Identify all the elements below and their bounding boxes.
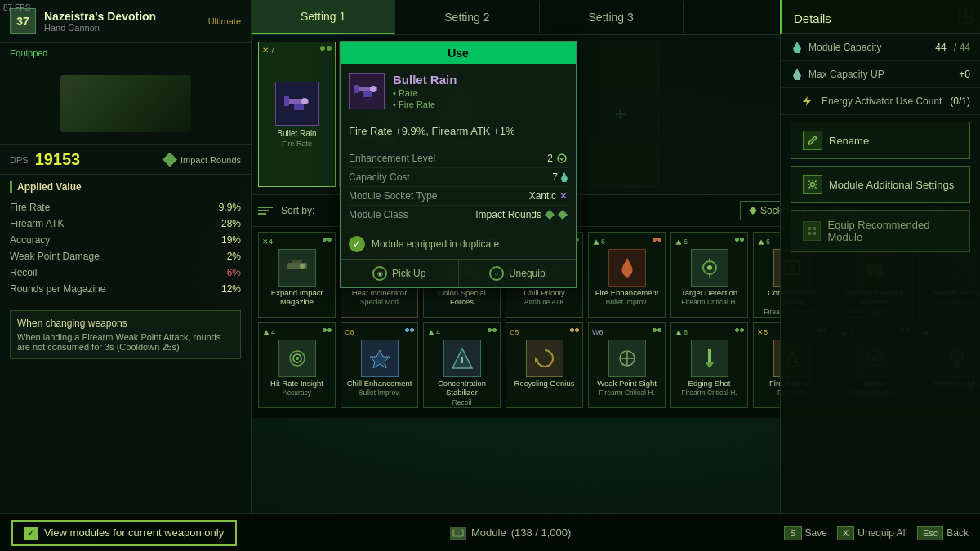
card-icon [608,249,646,287]
popup-socket-label: Module Socket Type [349,190,438,202]
module-target-detection[interactable]: 6 Target Detection Firearm Critical H. [670,232,748,318]
back-key-button[interactable]: Esc Back [917,526,969,540]
unequip-all-key: X [837,526,854,540]
module-capacity-max: / 44 [951,42,970,53]
popup-module-icon [349,73,385,109]
energy-row: Energy Activator Use Count (0/1) [781,88,980,115]
capacity-icon [791,41,804,54]
max-capacity-label: Max Capacity UP [808,69,954,80]
applied-value-section: Applied Value Fire Rate 9.9% Firearm ATK… [0,175,251,304]
popup-module-name: Bullet Rain [393,73,457,87]
tab-setting-2[interactable]: Setting 2 [395,1,539,33]
details-title: Details [780,0,980,34]
popup-tag-firerate: Fire Rate [393,100,457,109]
sort-by-label: Sort by: [281,205,314,216]
energy-icon [800,95,813,108]
module-fire-enhancement[interactable]: 6 Fire Enhancement Bullet Improv. [588,232,666,318]
popup-class-row: Module Class Impact Rounds [349,206,568,224]
slot1-name: Bullet Rain [274,129,319,138]
module-concentration-stabilizer[interactable]: 4 Concentration Stabilizer Recoil [423,322,501,408]
card-icon [526,340,564,377]
card-name: Colon Special Forces [424,288,500,307]
card-tag: Recoil [452,398,472,407]
card-tag: Bullet Improv. [606,298,648,306]
popup-warning: ✓ Module equipped in duplicate [341,229,576,259]
popup-enhancement-value: 2 [547,153,568,164]
popup-effect: Fire Rate +9.9%, Firearm ATK +1% [341,118,576,144]
stat-weak-point: Weak Point Damage 2% [10,248,241,264]
right-panel: Details Module Capacity 44 / 44 Max Capa… [780,0,980,551]
card-header: 6 [671,236,747,247]
impact-rounds: Impact Rounds [163,153,241,167]
rename-icon [803,131,822,150]
svg-point-19 [370,86,376,92]
card-header: 4 [424,327,500,338]
card-icon [608,340,646,377]
max-capacity-row: Max Capacity UP +0 [781,61,980,88]
svg-point-44 [296,357,299,360]
svg-rect-18 [354,85,359,93]
card-name: Target Detection [679,288,740,297]
svg-point-62 [811,183,815,187]
card-name: Fire Enhancement [593,288,662,297]
module-count-value: (138 / 1,000) [511,527,572,539]
card-header: C5 [506,327,582,338]
weapon-silhouette [60,75,191,132]
unequip-icon: ○ [489,266,504,281]
pick-up-button[interactable]: ◉ Pick Up [341,260,459,287]
module-slot-5[interactable]: + [581,42,659,187]
card-name: Hit Rate Insight [268,379,326,388]
stat-accuracy: Accuracy 19% [10,232,241,248]
impact-icon [163,153,177,167]
dps-row: DPS 19153 Impact Rounds [0,144,251,175]
popup-enhancement-row: Enhancement Level 2 [349,149,568,168]
popup-use-button[interactable]: Use [341,42,576,64]
popup-tag-rare: Rare [393,88,457,98]
svg-rect-63 [808,227,811,230]
when-changing-title: When changing weapons [17,318,234,329]
warning-icon: ✓ [349,236,365,252]
svg-rect-64 [813,227,816,230]
popup-class-value: Impact Rounds [475,209,568,220]
popup-class-label: Module Class [349,209,408,220]
card-tag: Bullet Improv. [359,389,400,397]
svg-rect-66 [813,232,816,235]
pick-up-icon: ◉ [372,266,387,281]
module-hit-rate-insight[interactable]: 4 Hit Rate Insight Accuracy [258,322,336,408]
module-count-icon [450,527,466,540]
card-header: 4 [259,327,335,338]
module-edging-shot[interactable]: 6 Edging Shot Firearm Critical H. [670,322,748,408]
settings-icon [803,175,822,194]
weapon-image-area [0,63,251,144]
unequip-all-label: Unequip All [858,527,907,539]
equipped-badge: Equipped [0,43,251,63]
svg-marker-60 [803,96,811,106]
additional-settings-button[interactable]: Module Additional Settings [791,166,970,203]
svg-point-21 [558,154,566,162]
card-header: W6 [589,327,665,338]
view-current-weapon-checkbox[interactable]: ✓ View modules for current weapon only [11,520,237,546]
equip-recommended-icon [803,221,821,241]
module-weak-point-sight[interactable]: W6 Weak Point Sight Firearm Critical H. [588,322,666,408]
save-key-button[interactable]: S Save [784,526,827,540]
rename-button[interactable]: Rename [791,122,970,159]
socket-icon [749,207,757,215]
module-slot-1[interactable]: ✕7 Bullet Rain Fire Rate [258,42,336,187]
equip-recommended-label: Equip Recommended Module [827,219,958,243]
module-expand-impact[interactable]: ✕4 Expand Impact Magazine [258,232,336,318]
equip-recommended-button[interactable]: Equip Recommended Module [791,210,970,252]
card-icon [278,340,316,377]
popup-details: Enhancement Level 2 Capacity Cost 7 Modu… [341,144,576,229]
sort-icon [258,202,274,219]
svg-rect-67 [453,530,463,536]
module-chill-enhancement[interactable]: C6 Chill Enhancement Bullet Improv. [341,322,418,408]
popup-socket-row: Module Socket Type Xantic ✕ [349,187,568,206]
unequip-all-key-button[interactable]: X Unequip All [837,526,907,540]
module-recycling-genius[interactable]: C5 Recycling Genius [506,322,583,408]
tab-setting-1[interactable]: Setting 1 [252,0,395,34]
unequip-button[interactable]: ○ Unequip [459,260,577,287]
card-tag: Firearm Critical H. [681,298,737,306]
tab-setting-3[interactable]: Setting 3 [540,1,684,33]
popup-warning-text: Module equipped in duplicate [372,238,499,250]
energy-label: Energy Activator Use Count [822,96,945,107]
